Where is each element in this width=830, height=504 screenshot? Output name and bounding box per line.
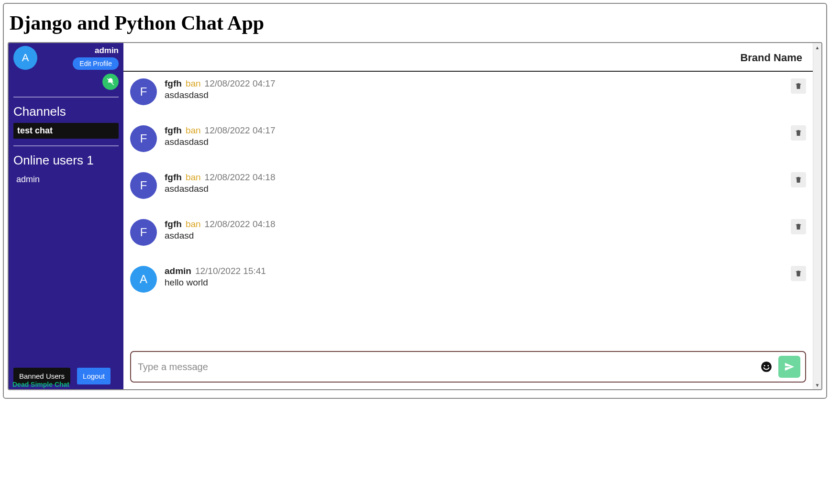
message-timestamp: 12/08/2022 04:17 (205, 78, 276, 89)
message-row: Ffgfhban12/08/2022 04:17asdasdasd (130, 121, 806, 167)
scroll-up-arrow[interactable]: ▲ (813, 43, 821, 52)
message-timestamp: 12/10/2022 15:41 (195, 266, 266, 276)
message-text: asdasdasd (165, 184, 783, 194)
divider (13, 97, 119, 98)
message-username: fgfh (165, 219, 182, 230)
channels-heading: Channels (13, 104, 119, 119)
delete-message-button[interactable] (791, 125, 806, 141)
message-body: fgfhban12/08/2022 04:17asdasdasd (165, 78, 783, 105)
message-avatar[interactable]: F (130, 172, 157, 199)
message-username: fgfh (165, 172, 182, 183)
divider (13, 145, 119, 146)
message-header: fgfhban12/08/2022 04:17 (165, 125, 783, 136)
delete-message-button[interactable] (791, 78, 806, 94)
svg-point-1 (761, 362, 772, 372)
message-avatar[interactable]: F (130, 125, 157, 152)
channels-list: test chat (13, 123, 119, 139)
message-text: hello world (165, 277, 783, 288)
message-timestamp: 12/08/2022 04:17 (205, 125, 276, 136)
mute-button[interactable] (102, 74, 119, 90)
send-button[interactable] (778, 356, 800, 378)
brand-name: Brand Name (740, 52, 802, 64)
emoji-button[interactable] (760, 361, 773, 373)
svg-point-2 (764, 365, 765, 366)
channel-item[interactable]: test chat (13, 123, 119, 139)
page-title: Django and Python Chat App (10, 11, 822, 34)
message-timestamp: 12/08/2022 04:18 (205, 172, 276, 183)
paper-plane-icon (784, 362, 795, 372)
delete-message-button[interactable] (791, 219, 806, 234)
logout-button[interactable]: Logout (77, 368, 111, 384)
trash-icon (795, 129, 802, 137)
message-header: fgfhban12/08/2022 04:17 (165, 78, 783, 89)
sidebar: A admin Edit Profile Channels test chat … (9, 43, 123, 389)
avatar-initial: A (22, 52, 29, 64)
trash-icon (795, 270, 802, 277)
message-avatar[interactable]: F (130, 78, 157, 105)
online-users-heading: Online users 1 (13, 153, 119, 168)
message-body: fgfhban12/08/2022 04:18asdasd (165, 219, 783, 246)
current-user-avatar[interactable]: A (13, 46, 37, 70)
message-input[interactable] (138, 362, 754, 373)
message-header: fgfhban12/08/2022 04:18 (165, 219, 783, 230)
message-row: Aadmin12/10/2022 15:41hello world (130, 261, 806, 308)
message-text: asdasd (165, 230, 783, 241)
message-body: fgfhban12/08/2022 04:18asdasdasd (165, 172, 783, 199)
message-text: asdasdasd (165, 137, 783, 147)
dead-simple-chat-link[interactable]: Dead Simple Chat (12, 381, 69, 388)
ban-user-link[interactable]: ban (186, 78, 201, 89)
messages-list[interactable]: Ffgfhban12/08/2022 04:17asdasdasdFfgfhba… (123, 72, 813, 351)
message-header: fgfhban12/08/2022 04:18 (165, 172, 783, 183)
message-text: asdasdasd (165, 90, 783, 100)
trash-icon (795, 176, 802, 184)
scrollbar[interactable]: ▲ ▼ (813, 43, 821, 389)
message-header: admin12/10/2022 15:41 (165, 266, 783, 276)
online-user-item[interactable]: admin (16, 175, 119, 185)
ban-user-link[interactable]: ban (186, 219, 201, 230)
chat-frame: A admin Edit Profile Channels test chat … (8, 42, 822, 390)
message-row: Ffgfhban12/08/2022 04:17asdasdasd (130, 74, 806, 121)
bell-slash-icon (106, 77, 115, 86)
trash-icon (795, 82, 802, 90)
message-timestamp: 12/08/2022 04:18 (205, 219, 276, 230)
online-users-list: admin (13, 172, 119, 185)
ban-user-link[interactable]: ban (186, 125, 201, 136)
message-row: Ffgfhban12/08/2022 04:18asdasdasd (130, 167, 806, 214)
app-frame: Django and Python Chat App A admin Edit … (3, 3, 827, 399)
profile-info: admin Edit Profile (42, 46, 119, 70)
message-username: fgfh (165, 125, 182, 136)
message-username: fgfh (165, 78, 182, 89)
message-body: fgfhban12/08/2022 04:17asdasdasd (165, 125, 783, 152)
trash-icon (795, 223, 802, 230)
main-area: Brand Name Ffgfhban12/08/2022 04:17asdas… (123, 43, 813, 389)
edit-profile-button[interactable]: Edit Profile (73, 57, 119, 70)
footer-link: Dead Simple Chat (12, 381, 69, 388)
delete-message-button[interactable] (791, 266, 806, 281)
smile-icon (760, 361, 773, 373)
delete-message-button[interactable] (791, 172, 806, 187)
composer (130, 351, 806, 383)
svg-point-3 (767, 365, 769, 366)
profile-section: A admin Edit Profile (13, 46, 119, 70)
current-user-name: admin (42, 46, 119, 55)
ban-user-link[interactable]: ban (186, 172, 201, 183)
chat-header: Brand Name (123, 43, 813, 72)
scroll-down-arrow[interactable]: ▼ (813, 381, 821, 389)
message-row: Ffgfhban12/08/2022 04:18asdasd (130, 214, 806, 261)
message-avatar[interactable]: F (130, 219, 157, 246)
message-username: admin (165, 266, 191, 276)
message-body: admin12/10/2022 15:41hello world (165, 266, 783, 293)
message-avatar[interactable]: A (130, 266, 157, 293)
